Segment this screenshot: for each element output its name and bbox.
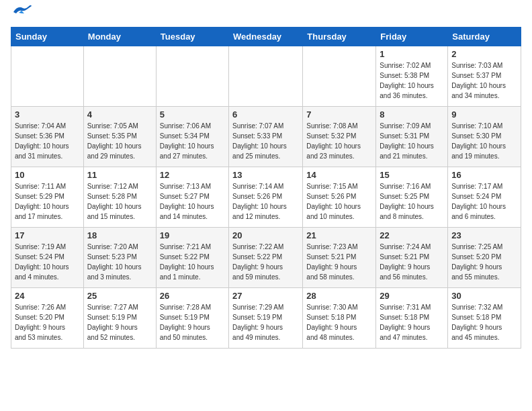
calendar-cell: 29Sunrise: 7:31 AM Sunset: 5:18 PM Dayli… (376, 288, 448, 349)
calendar-cell (156, 46, 228, 107)
calendar-cell: 25Sunrise: 7:27 AM Sunset: 5:19 PM Dayli… (83, 288, 156, 349)
calendar-cell: 23Sunrise: 7:25 AM Sunset: 5:20 PM Dayli… (448, 228, 521, 288)
day-number: 30 (451, 291, 517, 301)
day-number: 7 (306, 109, 372, 120)
day-number: 25 (87, 291, 152, 301)
calendar-table: SundayMondayTuesdayWednesdayThursdayFrid… (11, 27, 521, 349)
calendar-cell (303, 46, 376, 107)
calendar-cell: 9Sunrise: 7:10 AM Sunset: 5:30 PM Daylig… (448, 107, 521, 167)
day-number: 22 (380, 230, 444, 240)
calendar-cell: 17Sunrise: 7:19 AM Sunset: 5:24 PM Dayli… (11, 228, 84, 288)
day-number: 6 (232, 109, 299, 120)
calendar-cell: 28Sunrise: 7:30 AM Sunset: 5:18 PM Dayli… (303, 288, 376, 349)
day-number: 27 (232, 291, 299, 301)
day-info: Sunrise: 7:24 AM Sunset: 5:21 PM Dayligh… (380, 242, 444, 282)
day-number: 10 (15, 170, 80, 180)
day-info: Sunrise: 7:28 AM Sunset: 5:19 PM Dayligh… (160, 302, 225, 342)
day-info: Sunrise: 7:09 AM Sunset: 5:31 PM Dayligh… (380, 121, 444, 161)
calendar-cell (11, 46, 84, 107)
day-info: Sunrise: 7:13 AM Sunset: 5:27 PM Dayligh… (160, 181, 225, 222)
day-info: Sunrise: 7:31 AM Sunset: 5:18 PM Dayligh… (380, 302, 444, 342)
calendar-cell: 6Sunrise: 7:07 AM Sunset: 5:33 PM Daylig… (229, 107, 303, 167)
day-number: 23 (451, 230, 517, 240)
day-number: 21 (306, 230, 372, 240)
day-info: Sunrise: 7:16 AM Sunset: 5:25 PM Dayligh… (380, 181, 444, 222)
day-info: Sunrise: 7:04 AM Sunset: 5:36 PM Dayligh… (15, 121, 80, 161)
calendar-cell: 3Sunrise: 7:04 AM Sunset: 5:36 PM Daylig… (11, 107, 84, 167)
day-info: Sunrise: 7:22 AM Sunset: 5:22 PM Dayligh… (232, 242, 299, 282)
day-number: 28 (306, 291, 372, 301)
calendar-cell: 20Sunrise: 7:22 AM Sunset: 5:22 PM Dayli… (229, 228, 303, 288)
day-info: Sunrise: 7:07 AM Sunset: 5:33 PM Dayligh… (232, 121, 299, 161)
day-info: Sunrise: 7:30 AM Sunset: 5:18 PM Dayligh… (306, 302, 372, 342)
calendar-cell: 5Sunrise: 7:06 AM Sunset: 5:34 PM Daylig… (156, 107, 228, 167)
calendar-cell: 2Sunrise: 7:03 AM Sunset: 5:37 PM Daylig… (448, 46, 521, 107)
calendar-cell: 27Sunrise: 7:29 AM Sunset: 5:19 PM Dayli… (229, 288, 303, 349)
weekday-header-thursday: Thursday (303, 28, 376, 46)
calendar-cell: 15Sunrise: 7:16 AM Sunset: 5:25 PM Dayli… (376, 167, 448, 228)
day-number: 14 (306, 170, 372, 180)
calendar-cell: 1Sunrise: 7:02 AM Sunset: 5:38 PM Daylig… (376, 46, 448, 107)
day-number: 11 (87, 170, 152, 180)
calendar-cell: 12Sunrise: 7:13 AM Sunset: 5:27 PM Dayli… (156, 167, 228, 228)
day-number: 9 (451, 109, 517, 120)
calendar-cell: 11Sunrise: 7:12 AM Sunset: 5:28 PM Dayli… (83, 167, 156, 228)
day-number: 18 (87, 230, 152, 240)
day-info: Sunrise: 7:03 AM Sunset: 5:37 PM Dayligh… (451, 60, 517, 101)
calendar-cell: 16Sunrise: 7:17 AM Sunset: 5:24 PM Dayli… (448, 167, 521, 228)
logo-bird-icon (12, 4, 32, 19)
calendar-cell (83, 46, 156, 107)
day-info: Sunrise: 7:10 AM Sunset: 5:30 PM Dayligh… (451, 121, 517, 161)
day-number: 24 (15, 291, 80, 301)
calendar-week-row: 17Sunrise: 7:19 AM Sunset: 5:24 PM Dayli… (11, 228, 521, 288)
day-info: Sunrise: 7:27 AM Sunset: 5:19 PM Dayligh… (87, 302, 152, 342)
calendar-cell: 18Sunrise: 7:20 AM Sunset: 5:23 PM Dayli… (83, 228, 156, 288)
day-number: 13 (232, 170, 299, 180)
day-info: Sunrise: 7:19 AM Sunset: 5:24 PM Dayligh… (15, 242, 80, 282)
day-info: Sunrise: 7:29 AM Sunset: 5:19 PM Dayligh… (232, 302, 299, 342)
day-number: 17 (15, 230, 80, 240)
day-number: 29 (380, 291, 444, 301)
calendar-cell: 19Sunrise: 7:21 AM Sunset: 5:22 PM Dayli… (156, 228, 228, 288)
calendar-cell: 13Sunrise: 7:14 AM Sunset: 5:26 PM Dayli… (229, 167, 303, 228)
day-info: Sunrise: 7:23 AM Sunset: 5:21 PM Dayligh… (306, 242, 372, 282)
day-info: Sunrise: 7:15 AM Sunset: 5:26 PM Dayligh… (306, 181, 372, 222)
calendar-cell: 22Sunrise: 7:24 AM Sunset: 5:21 PM Dayli… (376, 228, 448, 288)
weekday-header-friday: Friday (376, 28, 448, 46)
day-info: Sunrise: 7:14 AM Sunset: 5:26 PM Dayligh… (232, 181, 299, 222)
day-info: Sunrise: 7:02 AM Sunset: 5:38 PM Dayligh… (380, 60, 444, 101)
day-number: 16 (451, 170, 517, 180)
weekday-header-tuesday: Tuesday (156, 28, 228, 46)
calendar-week-row: 10Sunrise: 7:11 AM Sunset: 5:29 PM Dayli… (11, 167, 521, 228)
day-info: Sunrise: 7:05 AM Sunset: 5:35 PM Dayligh… (87, 121, 152, 161)
calendar-week-row: 3Sunrise: 7:04 AM Sunset: 5:36 PM Daylig… (11, 107, 521, 167)
calendar-cell: 24Sunrise: 7:26 AM Sunset: 5:20 PM Dayli… (11, 288, 84, 349)
calendar-cell: 8Sunrise: 7:09 AM Sunset: 5:31 PM Daylig… (376, 107, 448, 167)
calendar-header-row: SundayMondayTuesdayWednesdayThursdayFrid… (11, 28, 521, 46)
day-info: Sunrise: 7:08 AM Sunset: 5:32 PM Dayligh… (306, 121, 372, 161)
calendar-cell: 30Sunrise: 7:32 AM Sunset: 5:18 PM Dayli… (448, 288, 521, 349)
day-info: Sunrise: 7:32 AM Sunset: 5:18 PM Dayligh… (451, 302, 517, 342)
day-number: 19 (160, 230, 225, 240)
day-number: 8 (380, 109, 444, 120)
calendar-cell: 26Sunrise: 7:28 AM Sunset: 5:19 PM Dayli… (156, 288, 228, 349)
day-number: 26 (160, 291, 225, 301)
day-number: 2 (451, 49, 517, 59)
logo (11, 11, 32, 19)
calendar-week-row: 24Sunrise: 7:26 AM Sunset: 5:20 PM Dayli… (11, 288, 521, 349)
day-number: 4 (87, 109, 152, 120)
day-number: 5 (160, 109, 225, 120)
day-number: 15 (380, 170, 444, 180)
day-info: Sunrise: 7:21 AM Sunset: 5:22 PM Dayligh… (160, 242, 225, 282)
calendar-cell: 4Sunrise: 7:05 AM Sunset: 5:35 PM Daylig… (83, 107, 156, 167)
day-info: Sunrise: 7:17 AM Sunset: 5:24 PM Dayligh… (451, 181, 517, 222)
day-info: Sunrise: 7:12 AM Sunset: 5:28 PM Dayligh… (87, 181, 152, 222)
calendar-cell: 10Sunrise: 7:11 AM Sunset: 5:29 PM Dayli… (11, 167, 84, 228)
weekday-header-wednesday: Wednesday (229, 28, 303, 46)
calendar-cell: 7Sunrise: 7:08 AM Sunset: 5:32 PM Daylig… (303, 107, 376, 167)
day-info: Sunrise: 7:25 AM Sunset: 5:20 PM Dayligh… (451, 242, 517, 282)
day-info: Sunrise: 7:06 AM Sunset: 5:34 PM Dayligh… (160, 121, 225, 161)
day-number: 1 (380, 49, 444, 59)
calendar-cell: 14Sunrise: 7:15 AM Sunset: 5:26 PM Dayli… (303, 167, 376, 228)
day-info: Sunrise: 7:26 AM Sunset: 5:20 PM Dayligh… (15, 302, 80, 342)
